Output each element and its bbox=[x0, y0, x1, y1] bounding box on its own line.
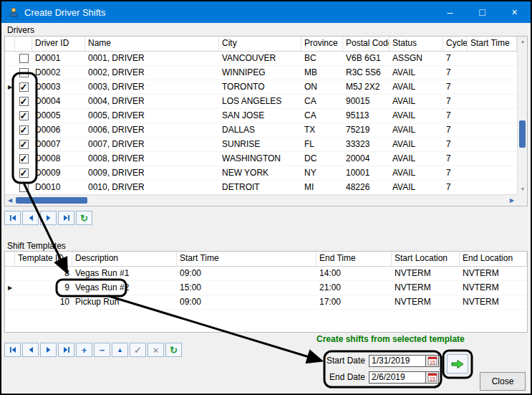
start-date-input[interactable] bbox=[369, 355, 426, 367]
templates-nav-delete-button[interactable]: − bbox=[94, 343, 110, 357]
templates-section-label: Shift Templates bbox=[7, 241, 66, 251]
driver-row[interactable]: ✓D00050005, DRIVERSAN JOSECA95113AVAIL7 bbox=[5, 109, 527, 123]
templates-column-header[interactable]: Start Time bbox=[177, 252, 316, 266]
drivers-column-header[interactable]: Postal Code bbox=[343, 37, 390, 51]
templates-nav-prior-button[interactable] bbox=[22, 343, 39, 357]
driver-cell: 0005, DRIVER bbox=[85, 109, 219, 123]
template-cell: 9 bbox=[15, 281, 72, 295]
title-bar[interactable]: Create Driver Shifts – □ × bbox=[1, 1, 531, 23]
drivers-column-header[interactable]: Status bbox=[390, 37, 443, 51]
drivers-column-header[interactable]: Driver ID bbox=[32, 37, 85, 51]
driver-row[interactable]: ✓D00060006, DRIVERDALLASTX75219AVAIL7 bbox=[5, 123, 527, 138]
drivers-vertical-scrollbar[interactable]: ▲ ▼ bbox=[517, 37, 527, 194]
create-shifts-go-button[interactable] bbox=[447, 354, 468, 373]
close-dialog-button[interactable]: Close bbox=[480, 372, 526, 391]
driver-cell: VANCOUVER bbox=[219, 52, 301, 66]
scrollbar-corner bbox=[517, 194, 527, 206]
driver-select-checkbox[interactable] bbox=[19, 54, 29, 63]
driver-cell: D0005 bbox=[32, 109, 85, 123]
driver-select-checkbox[interactable]: ✓ bbox=[19, 168, 29, 178]
drivers-column-header[interactable]: City bbox=[219, 37, 301, 51]
drivers-column-header bbox=[15, 37, 32, 51]
driver-row[interactable]: ▶✓D00030003, DRIVERTORONTOONM5J 2X2AVAIL… bbox=[5, 80, 527, 95]
driver-row[interactable]: D00020002, DRIVERWINNIPEGMBR3C 5S6AVAIL7 bbox=[5, 66, 527, 80]
drivers-nav-last-button[interactable] bbox=[58, 211, 74, 225]
start-date-picker-button[interactable]: 15 bbox=[426, 355, 439, 367]
driver-cell: AVAIL bbox=[390, 138, 443, 152]
templates-column-header[interactable]: End Time bbox=[316, 252, 392, 266]
drivers-nav-refresh-button[interactable]: ↻ bbox=[76, 211, 92, 225]
drivers-column-header[interactable]: Start Time bbox=[468, 37, 517, 51]
template-cell: NVTERM bbox=[392, 295, 460, 310]
templates-nav-last-button[interactable] bbox=[58, 343, 74, 357]
templates-column-header[interactable]: End Location bbox=[460, 252, 527, 266]
driver-select-checkbox[interactable] bbox=[19, 183, 29, 192]
drivers-column-header[interactable]: Name bbox=[85, 37, 219, 51]
driver-row[interactable]: ✓D00070007, DRIVERSUNRISEFL33323AVAIL7 bbox=[5, 138, 527, 152]
template-cell: 10 bbox=[15, 295, 72, 310]
driver-select-checkbox[interactable]: ✓ bbox=[19, 140, 29, 149]
row-indicator-cell bbox=[5, 267, 15, 281]
driver-cell: 0008, DRIVER bbox=[85, 152, 219, 166]
template-row[interactable]: 10Pickup Run09:0017:00NVTERMNVTERM bbox=[5, 295, 527, 310]
drivers-nav-first-button[interactable] bbox=[4, 211, 21, 225]
driver-cell bbox=[468, 80, 517, 95]
close-button[interactable]: × bbox=[498, 1, 531, 23]
drivers-nav-next-button[interactable] bbox=[40, 211, 57, 225]
templates-column-header[interactable]: Template ID bbox=[15, 252, 72, 266]
template-row[interactable]: 8Vegas Run #109:0014:00NVTERMNVTERM bbox=[5, 267, 527, 281]
templates-nav-next-button[interactable] bbox=[40, 343, 57, 357]
row-indicator-cell bbox=[5, 181, 15, 195]
driver-row[interactable]: D00100010, DRIVERDETROITMI48226AVAIL7 bbox=[5, 181, 527, 195]
templates-nav-cancel-button[interactable]: × bbox=[147, 343, 164, 357]
driver-select-checkbox[interactable]: ✓ bbox=[19, 97, 29, 106]
driver-cell: 0004, DRIVER bbox=[85, 95, 219, 109]
drivers-nav-prior-button[interactable] bbox=[22, 211, 39, 225]
template-row[interactable]: ▶9Vegas Run #215:0021:00NVTERMNVTERM bbox=[5, 281, 527, 295]
refresh-icon: ↻ bbox=[80, 214, 88, 223]
driver-row[interactable]: ✓D00090009, DRIVERNEW YORKNY10001AVAIL7 bbox=[5, 166, 527, 181]
next-record-icon bbox=[44, 214, 53, 222]
driver-select-checkbox[interactable]: ✓ bbox=[19, 154, 29, 163]
driver-cell: CA bbox=[301, 109, 343, 123]
driver-row[interactable]: D00010001, DRIVERVANCOUVERBCV6B 6G1ASSGN… bbox=[5, 52, 527, 66]
driver-cell bbox=[468, 123, 517, 138]
template-cell: Pickup Run bbox=[72, 295, 177, 310]
templates-column-header[interactable]: Start Location bbox=[392, 252, 460, 266]
driver-row[interactable]: ✓D00080008, DRIVERWASHINGTONDC20004AVAIL… bbox=[5, 152, 527, 166]
end-date-input[interactable] bbox=[369, 371, 426, 384]
driver-select-checkbox[interactable]: ✓ bbox=[19, 125, 29, 135]
driver-cell: 75219 bbox=[343, 123, 390, 138]
driver-select-checkbox[interactable]: ✓ bbox=[19, 82, 29, 92]
template-cell: 15:00 bbox=[177, 281, 316, 295]
scroll-down-icon[interactable]: ▼ bbox=[518, 184, 528, 194]
drivers-column-header[interactable]: Province bbox=[301, 37, 343, 51]
templates-nav-post-button[interactable]: ✓ bbox=[130, 343, 146, 357]
row-indicator-cell bbox=[5, 295, 15, 310]
driver-select-checkbox[interactable]: ✓ bbox=[19, 111, 29, 120]
driver-cell: AVAIL bbox=[390, 66, 443, 80]
minimize-button[interactable]: – bbox=[434, 1, 466, 23]
templates-column-header[interactable]: Description bbox=[72, 252, 177, 266]
vertical-scrollbar-thumb[interactable] bbox=[519, 120, 526, 148]
templates-nav-insert-button[interactable]: + bbox=[76, 343, 92, 357]
end-date-picker-button[interactable]: 15 bbox=[426, 371, 439, 384]
scroll-up-icon[interactable]: ▲ bbox=[518, 37, 528, 47]
driver-cell: NEW YORK bbox=[219, 166, 301, 181]
scroll-right-icon[interactable]: ▶ bbox=[507, 195, 517, 206]
edit-record-icon: ▲ bbox=[117, 347, 123, 353]
driver-cell: 7 bbox=[443, 95, 468, 109]
templates-nav-first-button[interactable] bbox=[4, 343, 21, 357]
horizontal-scrollbar-thumb[interactable] bbox=[16, 197, 87, 204]
templates-nav-edit-button[interactable]: ▲ bbox=[112, 343, 128, 357]
driver-select-checkbox[interactable] bbox=[19, 68, 29, 77]
maximize-button[interactable]: □ bbox=[466, 1, 498, 23]
driver-cell: DALLAS bbox=[219, 123, 301, 138]
templates-nav-refresh-button[interactable]: ↻ bbox=[165, 343, 182, 357]
driver-checkbox-cell bbox=[15, 181, 32, 195]
drivers-horizontal-scrollbar[interactable]: ◀ ▶ bbox=[5, 194, 517, 206]
driver-row[interactable]: ✓D00040004, DRIVERLOS ANGELESCA90015AVAI… bbox=[5, 95, 527, 109]
driver-cell: WASHINGTON bbox=[219, 152, 301, 166]
drivers-column-header[interactable]: Cycle bbox=[443, 37, 468, 51]
scroll-left-icon[interactable]: ◀ bbox=[5, 195, 15, 206]
